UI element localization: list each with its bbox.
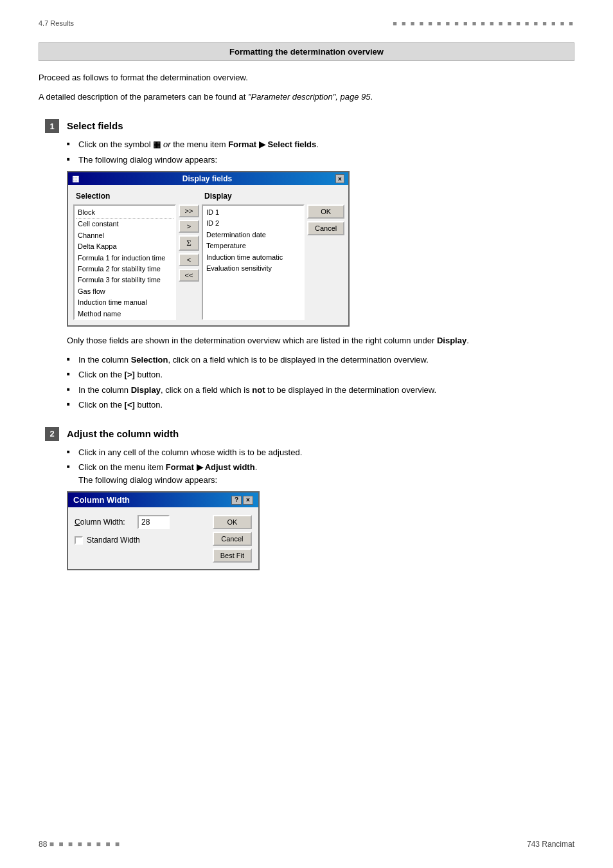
display-fields-titlebar: ▦ Display fields × — [68, 172, 348, 185]
section-heading-text: Formatting the determination overview — [229, 47, 384, 57]
col-width-input[interactable] — [138, 515, 170, 529]
dialog-cancel-button[interactable]: Cancel — [307, 221, 344, 235]
dialog-ok-button[interactable]: OK — [307, 204, 344, 219]
list-item[interactable]: Determination date — [204, 230, 302, 240]
intro2-link: "Parameter description", page 95 — [248, 92, 371, 102]
column-width-dialog: Column Width ? × Column Width: — [67, 491, 260, 570]
col-width-left: Column Width: Standard Width — [75, 515, 206, 554]
step-2-title: Adjust the column width — [67, 427, 179, 441]
footer-page-number: 88 — [39, 840, 47, 849]
after-bullet-2: Click on the [>] button. — [67, 368, 574, 381]
ok-cancel-buttons: OK Cancel — [307, 190, 344, 235]
section-heading-box: Formatting the determination overview — [39, 42, 574, 61]
step-2-bullet-1: Click in any cell of the column whose wi… — [67, 446, 574, 459]
col-width-titlebar: Column Width ? × — [68, 493, 258, 507]
move-right-button[interactable]: > — [179, 220, 199, 233]
sigma-button[interactable]: Σ — [179, 235, 199, 251]
col-width-close-button[interactable]: × — [243, 496, 253, 505]
list-item[interactable]: Delta Kappa — [76, 241, 173, 252]
list-item[interactable]: Send to file — [76, 320, 173, 320]
list-item[interactable]: Formula 3 for stability time — [76, 275, 173, 285]
footer-right: 743 Rancimat — [527, 840, 574, 849]
standard-width-checkbox[interactable] — [75, 536, 83, 545]
standard-width-label: Standard Width — [87, 536, 140, 545]
step-1: 1 Select fields Click on the symbol ▦ or… — [39, 119, 574, 411]
footer-left: 88 ■ ■ ■ ■ ■ ■ ■ ■ — [39, 840, 121, 849]
after-bullet-4: Click on the [<] button. — [67, 399, 574, 411]
header-dots: ■ ■ ■ ■ ■ ■ ■ ■ ■ ■ ■ ■ ■ ■ ■ ■ ■ ■ ■ ■ … — [393, 19, 574, 27]
display-listbox[interactable]: ID 1 ID 2 Determination date Temperature… — [202, 204, 305, 320]
header-left: 4.7 Results — [39, 19, 74, 27]
col-width-label: Column Width: — [75, 518, 132, 527]
standard-width-row: Standard Width — [75, 536, 206, 545]
step-2-number: 2 — [45, 427, 59, 441]
step-1-bullet-2: The following dialog window appears: — [67, 154, 574, 167]
col-width-cancel-button[interactable]: Cancel — [213, 532, 252, 546]
step-1-content: Click on the symbol ▦ or the menu item F… — [67, 138, 574, 411]
transfer-buttons: >> > Σ < << — [179, 190, 199, 282]
page-header: 4.7 Results ■ ■ ■ ■ ■ ■ ■ ■ ■ ■ ■ ■ ■ ■ … — [39, 19, 574, 27]
col-width-help-button[interactable]: ? — [231, 496, 242, 505]
col-width-ok-button[interactable]: OK — [213, 515, 252, 529]
list-item[interactable]: Evaluation sensitivity — [204, 263, 302, 274]
display-column: Display ID 1 ID 2 Determination date Tem… — [202, 190, 305, 320]
step-1-bullet-1: Click on the symbol ▦ or the menu item F… — [67, 138, 574, 151]
step-1-bullets: Click on the symbol ▦ or the menu item F… — [67, 138, 574, 166]
list-item[interactable]: Formula 1 for induction time — [76, 253, 173, 264]
step-1-title: Select fields — [67, 119, 123, 133]
col-width-body: Column Width: Standard Width OK Cancel — [68, 507, 258, 569]
list-item[interactable]: Formula 2 for stability time — [76, 264, 173, 275]
list-item[interactable]: ID 2 — [204, 218, 302, 229]
page-footer: 88 ■ ■ ■ ■ ■ ■ ■ ■ 743 Rancimat — [39, 840, 574, 849]
move-all-right-button[interactable]: >> — [179, 204, 199, 217]
dialog-title-text: Display fields — [182, 174, 232, 183]
list-item[interactable]: Temperature — [204, 240, 302, 251]
col-width-best-fit-button[interactable]: Best Fit — [213, 548, 252, 563]
step-1-header: 1 Select fields — [45, 119, 574, 133]
col-width-input-row: Column Width: — [75, 515, 206, 529]
display-header: Display — [202, 190, 305, 202]
step-2-bullets: Click in any cell of the column whose wi… — [67, 446, 574, 487]
col-width-inner: Column Width: Standard Width OK Cancel — [75, 515, 252, 563]
intro2-start: A detailed description of the parameters… — [39, 92, 248, 102]
list-item[interactable]: ID 1 — [204, 207, 302, 218]
dialog-close-button[interactable]: × — [335, 174, 344, 183]
move-all-left-button[interactable]: << — [179, 269, 199, 282]
dialog-title-icon: ▦ — [72, 174, 79, 183]
list-item[interactable]: Gas flow — [76, 286, 173, 297]
dialog-columns: Selection Block Cell constant Channel De… — [73, 190, 343, 320]
col-width-title: Column Width — [73, 495, 130, 505]
dialog-body: Selection Block Cell constant Channel De… — [68, 185, 348, 325]
step-1-after-bullets: In the column Selection, click on a fiel… — [67, 354, 574, 411]
footer-dots: ■ ■ ■ ■ ■ ■ ■ ■ — [49, 840, 121, 849]
selection-listbox[interactable]: Block Cell constant Channel Delta Kappa … — [73, 204, 176, 320]
intro-text-1: Proceed as follows to format the determi… — [39, 71, 574, 84]
after-dialog-text-1: Only those fields are shown in the deter… — [67, 334, 574, 347]
list-item[interactable]: Induction time automatic — [204, 252, 302, 263]
list-item[interactable]: Block — [76, 207, 173, 219]
list-item[interactable]: Method name — [76, 309, 173, 320]
step-2-bullet-2: Click on the menu item Format ▶ Adjust w… — [67, 461, 574, 486]
move-left-button[interactable]: < — [179, 253, 199, 266]
selection-header: Selection — [73, 190, 176, 202]
list-item[interactable]: Cell constant — [76, 219, 173, 230]
list-item[interactable]: Channel — [76, 230, 173, 241]
intro2-end: . — [371, 92, 373, 102]
step-2-header: 2 Adjust the column width — [45, 427, 574, 441]
titlebar-buttons: ? × — [231, 496, 253, 505]
list-item[interactable]: Induction time manual — [76, 297, 173, 308]
after-bullet-3: In the column Display, click on a field … — [67, 384, 574, 397]
intro-text-2: A detailed description of the parameters… — [39, 91, 574, 104]
step-2-content: Click in any cell of the column whose wi… — [67, 446, 574, 571]
step-1-number: 1 — [45, 119, 59, 133]
display-fields-dialog: ▦ Display fields × Selection Block Cell … — [67, 171, 350, 327]
step-2-dialog-note: The following dialog window appears: — [78, 475, 217, 485]
step-2: 2 Adjust the column width Click in any c… — [39, 427, 574, 571]
col-width-buttons: OK Cancel Best Fit — [213, 515, 252, 563]
selection-column: Selection Block Cell constant Channel De… — [73, 190, 176, 320]
after-bullet-1: In the column Selection, click on a fiel… — [67, 354, 574, 366]
